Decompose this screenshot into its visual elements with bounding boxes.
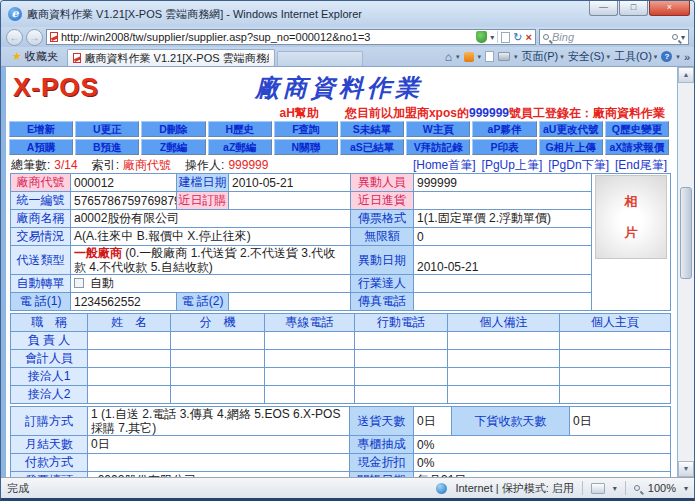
nav-pgup-link[interactable]: [PgUp上筆]: [482, 157, 543, 174]
contact-cell[interactable]: [265, 386, 355, 404]
status-dropdown-icon[interactable]: ▾: [613, 484, 617, 493]
contact-cell[interactable]: [355, 368, 448, 386]
contact-cell[interactable]: [88, 368, 171, 386]
search-box[interactable]: Bing ▾: [539, 29, 689, 45]
delivery-type-field[interactable]: 一般廠商 (0.一般廠商 1.代送貨 2.不代送貨 3.代收款 4.不代收款 5…: [71, 246, 351, 275]
recent-purchase-field[interactable]: [414, 192, 592, 210]
contact-cell[interactable]: [265, 368, 355, 386]
button-delete[interactable]: D刪除: [141, 121, 205, 137]
button-change-code[interactable]: aU更改代號: [539, 121, 603, 137]
read-mail-icon[interactable]: [485, 51, 494, 62]
home-dropdown-icon[interactable]: ▾: [456, 53, 460, 61]
contact-cell[interactable]: [265, 350, 355, 368]
shield-dropdown-icon[interactable]: ▾: [490, 33, 494, 42]
collect-days-field[interactable]: 0日: [570, 407, 671, 436]
button-visit-log[interactable]: V拜訪記錄: [406, 139, 470, 155]
stop-icon[interactable]: ×: [526, 31, 532, 43]
order-method-field[interactable]: 1 (1.自送 2.電話 3.傳真 4.網絡 5.EOS 6.X-POS採購 7…: [88, 407, 350, 436]
scroll-up-arrow[interactable]: ▲: [678, 67, 694, 83]
tab-active[interactable]: 廠商資料作業 V1.21[X-POS 雲端商務網]: [67, 49, 275, 66]
button-partner[interactable]: aP夥伴: [472, 121, 536, 137]
button-relation[interactable]: N關聯: [274, 139, 338, 155]
refresh-icon[interactable]: ↻: [513, 31, 522, 43]
button-print[interactable]: P印表: [472, 139, 536, 155]
rss-feed-icon[interactable]: [464, 52, 474, 62]
menu-safety[interactable]: 安全(S)▾: [568, 49, 610, 64]
vendor-code-field[interactable]: 000012: [71, 174, 177, 192]
favorites-button[interactable]: ★ 收藏夹: [5, 48, 65, 66]
help-link[interactable]: aH幫助: [280, 105, 319, 122]
contact-cell[interactable]: [88, 386, 171, 404]
compatibility-view-icon[interactable]: [501, 32, 510, 43]
button-query[interactable]: F查詢: [274, 121, 338, 137]
search-placeholder[interactable]: Bing: [552, 31, 669, 43]
contact-cell[interactable]: [171, 368, 265, 386]
nav-home-link[interactable]: [Home首筆]: [413, 157, 476, 174]
limit-field[interactable]: 0: [414, 228, 592, 246]
new-tab-stub[interactable]: [277, 51, 363, 66]
phone2-field[interactable]: [229, 293, 351, 311]
contact-cell[interactable]: [171, 350, 265, 368]
maximize-button[interactable]: □: [619, 1, 648, 16]
cash-discount-field[interactable]: 0%: [414, 454, 671, 472]
modifier-field[interactable]: 999999: [414, 174, 592, 192]
button-zip2[interactable]: aZ郵編: [208, 139, 272, 155]
contact-cell[interactable]: [448, 386, 560, 404]
zoom-level[interactable]: 100%: [648, 482, 676, 494]
url-text[interactable]: http://win2008/tw/supplier/supplier.asp?…: [61, 31, 473, 43]
button-history-change[interactable]: Q歷史變更: [605, 121, 669, 137]
ship-days-field[interactable]: 0日: [414, 407, 452, 436]
forward-button[interactable]: →: [26, 29, 43, 46]
voucher-field[interactable]: 1(1.固定單價 2.浮動單價): [414, 210, 592, 228]
contact-cell[interactable]: [560, 350, 671, 368]
counter-commission-field[interactable]: 0%: [414, 436, 671, 454]
contact-cell[interactable]: [448, 332, 560, 350]
contact-cell[interactable]: [171, 332, 265, 350]
phone1-field[interactable]: 1234562552: [71, 293, 177, 311]
auto-checkbox[interactable]: [74, 278, 84, 288]
more-commands-icon[interactable]: »: [684, 51, 690, 63]
tax-id-field[interactable]: 5765786759769879: [71, 192, 177, 210]
contact-cell[interactable]: [355, 332, 448, 350]
scroll-down-arrow[interactable]: ▼: [678, 461, 694, 477]
contact-cell[interactable]: [88, 332, 171, 350]
button-closed-orders[interactable]: aS已結單: [340, 139, 404, 155]
recent-order-field[interactable]: [229, 192, 351, 210]
home-icon[interactable]: ⌂: [445, 51, 452, 63]
button-request-quote[interactable]: aX請求報價: [605, 139, 669, 155]
zoom-icon[interactable]: [634, 485, 640, 491]
contact-cell[interactable]: [560, 332, 671, 350]
contact-cell[interactable]: [560, 368, 671, 386]
create-date-field[interactable]: 2010-05-21: [229, 174, 351, 192]
print-icon[interactable]: [498, 52, 510, 61]
button-open-orders[interactable]: S未結單: [340, 121, 404, 137]
close-button[interactable]: ×: [649, 1, 690, 16]
button-add[interactable]: E增新: [9, 121, 73, 137]
print-dropdown-icon[interactable]: ▾: [514, 53, 518, 61]
button-zip[interactable]: Z郵編: [141, 139, 205, 155]
trade-status-field[interactable]: A(A.往來中 B.報價中 X.停止往來): [71, 228, 351, 246]
contact-cell[interactable]: [265, 332, 355, 350]
button-home[interactable]: W主頁: [406, 121, 470, 137]
contact-cell[interactable]: [448, 368, 560, 386]
protected-mode-icon[interactable]: [591, 483, 605, 494]
contact-cell[interactable]: [560, 386, 671, 404]
modify-date-field[interactable]: 2010-05-21: [414, 246, 592, 275]
safety-shield-icon[interactable]: [476, 31, 487, 43]
back-button[interactable]: ←: [6, 29, 23, 46]
vertical-scrollbar[interactable]: ▲ ▼: [678, 67, 694, 477]
contact-cell[interactable]: [88, 350, 171, 368]
rss-dropdown-icon[interactable]: ▾: [478, 53, 482, 61]
nav-end-link[interactable]: [End尾筆]: [615, 157, 667, 174]
search-go-icon[interactable]: [672, 34, 678, 40]
fax-field[interactable]: [414, 293, 592, 311]
month-days-field[interactable]: 0日: [88, 436, 350, 454]
contact-cell[interactable]: [355, 386, 448, 404]
contact-cell[interactable]: [355, 350, 448, 368]
help-dropdown-icon[interactable]: ▾: [676, 53, 680, 61]
help-icon[interactable]: ?: [661, 51, 672, 62]
expert-field[interactable]: [414, 275, 592, 293]
button-photo-upload[interactable]: G相片上傳: [539, 139, 603, 155]
button-update[interactable]: U更正: [75, 121, 139, 137]
button-prereceive[interactable]: B預進: [75, 139, 139, 155]
